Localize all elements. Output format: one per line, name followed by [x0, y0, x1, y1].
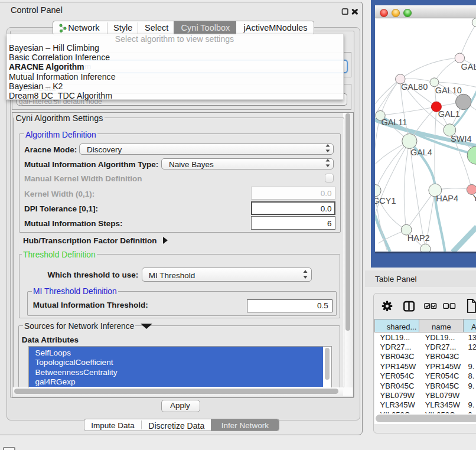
svg-text:GAL11: GAL11: [381, 118, 407, 127]
svg-text:GAL4: GAL4: [410, 148, 432, 157]
svg-text:HAP4: HAP4: [436, 194, 458, 203]
svg-text:GAL80: GAL80: [401, 82, 428, 92]
svg-text:SWI4: SWI4: [451, 134, 471, 144]
svg-text:GCY1: GCY1: [375, 196, 396, 206]
svg-text:Y: Y: [472, 193, 476, 203]
svg-text:HAP2: HAP2: [407, 233, 429, 243]
svg-text:GAL10: GAL10: [435, 86, 461, 96]
svg-text:GAL2: GAL2: [461, 62, 476, 71]
svg-text:GAL1: GAL1: [438, 109, 459, 119]
